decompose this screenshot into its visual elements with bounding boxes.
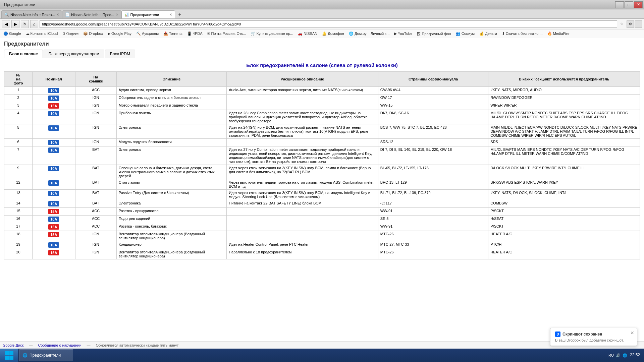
reload-button[interactable]: ↻ xyxy=(21,20,29,28)
tab-bar: 🔍 Nissan-Note.info :: Поиск... ✕ 📄 Nissa… xyxy=(0,9,644,19)
bookmark-googleplay[interactable]: ▶ Google Play xyxy=(106,31,133,37)
minimize-button[interactable]: ─ xyxy=(615,1,624,8)
back-button[interactable]: ◀ xyxy=(2,20,10,28)
browser-tab-3[interactable]: 📊 Предохранители ✕ xyxy=(121,10,175,18)
addon-icon-2[interactable]: ☰ xyxy=(635,20,642,28)
bookmark-star[interactable]: ☆ xyxy=(619,21,625,27)
dropbox-icon: D xyxy=(555,331,560,337)
cell-manual: BRC-13, LT-129 xyxy=(378,179,488,190)
cell-manual: BCS-7, WW-75, STC-7, BL-219, EC-428 xyxy=(378,124,488,139)
close-button[interactable]: ✕ xyxy=(634,1,643,8)
notification-close-button[interactable]: ✕ xyxy=(630,330,634,336)
tab-favicon-2: 📄 xyxy=(65,12,70,17)
table-row: 5 10A IGN Электроника Идет на 24(IGN) но… xyxy=(4,124,640,139)
bookmark-torrents[interactable]: 📥 Torrents xyxy=(162,31,184,37)
cell-desc: Электроника xyxy=(116,146,226,165)
taskbar-left: 🌐 Предохранители xyxy=(0,349,73,362)
maximize-button[interactable]: □ xyxy=(625,1,633,8)
address-bar: ◀ ▶ ↻ ⌂ ☆ ⚙ ☰ xyxy=(0,19,644,29)
bookmark-transparent[interactable]: 🖼 Прозрачный фон xyxy=(416,31,452,37)
toolbar-icons: ⚙ ☰ xyxy=(627,20,642,28)
browser-tab-2[interactable]: 📄 Nissan-Note.info :: Прос... ✕ xyxy=(62,10,121,18)
cell-nominal: 15A xyxy=(32,223,75,231)
cell-ext: Audio-Acc, питание моторов поворотных зе… xyxy=(227,87,378,95)
table-row: 14 10A BAT Электроника Питание на контак… xyxy=(4,200,640,208)
taskbar-system-icons: RU 🔊 🌐 xyxy=(608,353,627,358)
svg-rect-1 xyxy=(9,351,13,355)
cell-cover: BAT xyxy=(75,146,116,165)
table-row: 9 10A BAT Освещение салона и багажника, … xyxy=(4,165,640,179)
bookmark-google[interactable]: 🔵 Google xyxy=(2,31,22,37)
taskbar-app-browser[interactable]: 🌐 Предохранители xyxy=(19,349,73,361)
tab-close-1[interactable]: ✕ xyxy=(56,13,59,16)
bookmark-domofon[interactable]: 🔔 Домофон xyxy=(321,31,345,37)
cell-sections: D/LOCK S/LOCK MULTI I/KEY PRWIRE INT/L C… xyxy=(488,165,640,179)
bookmark-auction[interactable]: 🔨 Аукционы xyxy=(135,31,160,37)
cell-nominal: 10A xyxy=(32,95,75,102)
taskbar-app-icon: 🌐 xyxy=(22,353,28,358)
cell-ext xyxy=(227,231,378,241)
fuse-badge: 10A xyxy=(48,217,59,222)
cell-nominal: 10A xyxy=(32,124,75,139)
table-row: 20 15A IGN Вентилятор отопителя/кондицио… xyxy=(4,249,640,259)
cell-ext: Через выключатель педали тормоза на стоп… xyxy=(227,179,378,190)
bookmark-buy[interactable]: 🛒 Купить дешевые пр... xyxy=(250,31,295,37)
lang-indicator: RU xyxy=(608,353,614,357)
bookmark-icloud[interactable]: ☁ Контакты iCloud xyxy=(24,31,59,37)
home-button[interactable]: ⌂ xyxy=(30,20,38,28)
bookmark-socium[interactable]: 👥 Социум xyxy=(454,31,476,37)
bookmark-yandex[interactable]: Я Яндекс xyxy=(61,31,80,37)
cell-sections: HEATER A/C xyxy=(488,231,640,241)
fuse-badge: 10A xyxy=(48,242,59,248)
cell-num: 3 xyxy=(4,102,33,110)
fuse-badge: 10A xyxy=(48,191,59,196)
cell-nominal: 10A xyxy=(32,200,75,208)
cell-desc: Стоп-лампы xyxy=(116,179,226,190)
cell-manual: WW-91 xyxy=(378,208,488,216)
bookmark-download[interactable]: ⬇ Скачать бесплатно ... xyxy=(500,31,544,37)
violation-link[interactable]: Сообщение о нарушении xyxy=(38,343,81,347)
notification-header: D Скриншот сохранен xyxy=(555,331,632,337)
cell-desc: Розетка - консоль, багажник xyxy=(116,223,226,231)
header-desc: Описание xyxy=(116,72,226,87)
header-cover: Накрышке xyxy=(75,72,116,87)
cell-cover: IGN xyxy=(75,241,116,249)
bookmark-money[interactable]: 💰 Деньги xyxy=(478,31,498,37)
tab-akkum[interactable]: Блок перед аккумулятором xyxy=(44,50,104,58)
bookmark-youtube[interactable]: ▶ YouTube xyxy=(393,31,414,37)
bookmark-4pda[interactable]: 📱 4PDA xyxy=(186,31,204,37)
tab-salon[interactable]: Блок в салоне xyxy=(4,50,43,58)
url-input[interactable] xyxy=(40,20,617,28)
browser-tab-1[interactable]: 🔍 Nissan-Note.info :: Поиск... ✕ xyxy=(1,10,62,18)
cell-num: 6 xyxy=(4,139,33,146)
fuse-badge: 15A xyxy=(48,224,59,230)
cell-num: 15 xyxy=(4,208,33,216)
status-bar: Google Диск — Сообщение о нарушении — Об… xyxy=(0,341,644,349)
cell-num: 4 xyxy=(4,110,33,124)
bookmarks-bar: 🔵 Google ☁ Контакты iCloud Я Яндекс 📦 Dr… xyxy=(0,29,644,38)
addon-icon-1[interactable]: ⚙ xyxy=(627,20,634,28)
bookmark-pochta[interactable]: ✉ Почта России. Отс... xyxy=(206,31,248,37)
start-button[interactable] xyxy=(0,349,18,362)
new-tab-button[interactable]: + xyxy=(175,10,184,18)
table-row: 19 10A IGN Кондиционер Идет на Heater Co… xyxy=(4,241,640,249)
bookmark-nissan[interactable]: 🚗 NISSAN xyxy=(297,31,319,37)
bookmark-mediafire[interactable]: 🔥 MediaFire xyxy=(546,31,571,37)
bookmark-dropbox[interactable]: 📦 Dropbox xyxy=(82,31,104,37)
fuse-badge: 10A xyxy=(48,96,59,101)
tab-ipdm[interactable]: Блок IPDM xyxy=(105,50,135,58)
cell-sections: I/KEY, NATS, MIRROR, AUDIO xyxy=(488,87,640,95)
cell-num: 12 xyxy=(4,179,33,190)
table-row: 16 10A ACC Подогрев сидений SE-5 H/SEAT xyxy=(4,216,640,223)
fuse-badge: 10A xyxy=(48,125,59,131)
cell-cover: ACC xyxy=(75,87,116,95)
table-row: 13 10A BAT Passive Entry (Для систем с Ч… xyxy=(4,190,640,200)
forward-button[interactable]: ▶ xyxy=(11,20,19,28)
tab-close-2[interactable]: ✕ xyxy=(116,13,118,16)
bookmark-domru[interactable]: 🌐 Дом.ру – Личный к... xyxy=(347,31,391,37)
cell-cover: BAT xyxy=(75,179,116,190)
google-drive-link[interactable]: Google Диск xyxy=(3,343,23,347)
cell-ext: Идет на Heater Control Panel, реле PTC H… xyxy=(227,241,378,249)
network-icon: 🌐 xyxy=(623,353,627,358)
tab-close-3[interactable]: ✕ xyxy=(169,13,172,16)
